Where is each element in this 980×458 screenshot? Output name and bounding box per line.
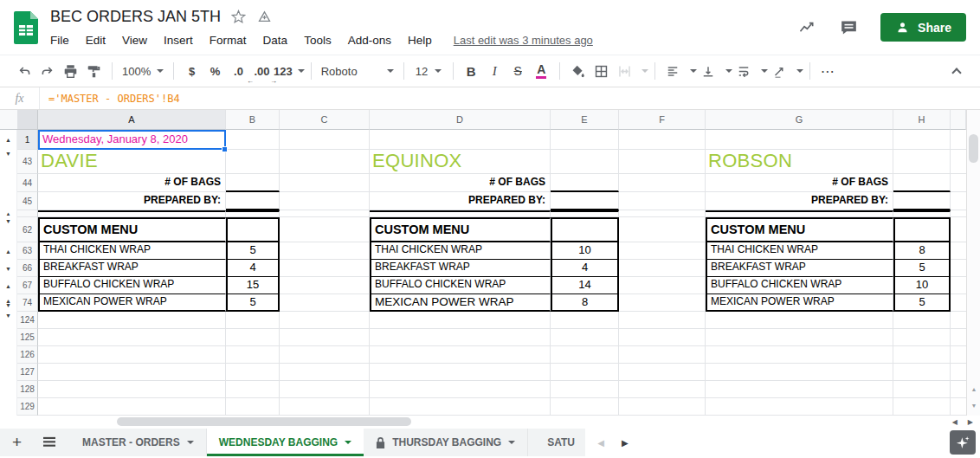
bags-label[interactable]: # OF BAGS <box>706 174 893 192</box>
document-title[interactable]: BEC ORDERS JAN 5TH <box>50 8 221 26</box>
column-header-partial[interactable] <box>951 110 966 130</box>
menu-tools[interactable]: Tools <box>304 34 332 47</box>
menu-item-qty[interactable]: 4 <box>551 260 619 277</box>
tab-thursday-bagging[interactable]: THURSDAY BAGGING <box>364 429 528 456</box>
menu-item-label[interactable]: MEXICAN POWER WRAP <box>38 294 226 312</box>
menu-item-qty[interactable]: 14 <box>551 277 619 294</box>
menu-item-label[interactable]: THAI CHICKEN WRAP <box>706 242 893 260</box>
cell[interactable] <box>619 210 706 217</box>
menu-item-label[interactable]: THAI CHICKEN WRAP <box>38 242 226 260</box>
cell[interactable] <box>619 312 706 329</box>
insights-trend-icon[interactable] <box>796 19 817 36</box>
more-toolbar-button[interactable]: ⋯ <box>816 60 840 82</box>
cell[interactable] <box>619 381 706 398</box>
cell[interactable] <box>951 242 966 260</box>
row-header-63[interactable]: 63 <box>17 242 38 260</box>
cell[interactable] <box>893 217 951 242</box>
cell[interactable] <box>951 381 966 398</box>
cell[interactable] <box>226 150 280 174</box>
group-collapse-icon[interactable]: ▲ <box>0 130 17 150</box>
cell[interactable] <box>551 381 619 398</box>
menu-item-qty[interactable]: 5 <box>893 294 951 312</box>
custom-menu-header[interactable]: CUSTOM MENU <box>706 217 893 242</box>
text-rotation-button[interactable] <box>768 60 791 82</box>
cell[interactable] <box>706 329 893 346</box>
chevron-down-icon[interactable] <box>642 69 648 73</box>
cell[interactable] <box>280 294 370 312</box>
share-button[interactable]: Share <box>880 13 966 42</box>
cell[interactable] <box>619 329 706 346</box>
cell[interactable] <box>280 329 370 346</box>
cell[interactable] <box>951 329 966 346</box>
group-expand-icon[interactable]: ▼ <box>0 260 17 277</box>
cell[interactable] <box>619 242 706 260</box>
cell[interactable] <box>38 364 226 381</box>
bold-button[interactable]: B <box>460 60 483 82</box>
cell[interactable] <box>951 150 966 174</box>
group-expand-icon[interactable]: ▼ <box>0 217 17 242</box>
print-button[interactable] <box>59 60 82 82</box>
column-header-d[interactable]: D <box>370 110 551 130</box>
cell[interactable] <box>280 217 370 242</box>
cell[interactable] <box>706 130 893 150</box>
cell[interactable] <box>619 174 706 192</box>
cell[interactable] <box>706 210 893 217</box>
cell[interactable] <box>951 130 966 150</box>
menu-item-label[interactable]: MEXICAN POWER WRAP <box>706 294 893 312</box>
row-header-125[interactable]: 125 <box>17 329 38 346</box>
formula-input[interactable]: ='MASTER - ORDERS'!B4 <box>40 93 180 105</box>
custom-menu-header[interactable]: CUSTOM MENU <box>370 217 551 242</box>
cell[interactable] <box>551 150 619 174</box>
tab-saturday-bagging[interactable]: SATU <box>528 429 585 456</box>
cell[interactable] <box>951 192 966 210</box>
cell[interactable] <box>38 312 226 329</box>
cell[interactable] <box>551 312 619 329</box>
cell[interactable] <box>951 398 966 416</box>
menu-item-label[interactable]: BREAKFAST WRAP <box>38 260 226 277</box>
cell[interactable] <box>951 260 966 277</box>
menu-help[interactable]: Help <box>408 34 432 47</box>
decrease-decimal-button[interactable]: .0 ← <box>227 60 250 82</box>
cell[interactable] <box>280 312 370 329</box>
row-header-124[interactable]: 124 <box>17 312 38 329</box>
cell[interactable] <box>619 294 706 312</box>
all-sheets-menu-button[interactable] <box>42 436 56 448</box>
row-header-126[interactable]: 126 <box>17 346 38 364</box>
move-to-folder-icon[interactable] <box>256 10 273 24</box>
row-header-45[interactable]: 45 <box>17 192 38 210</box>
row-header-62[interactable]: 62 <box>17 217 38 242</box>
cell[interactable] <box>226 329 280 346</box>
chevron-down-icon[interactable] <box>725 69 732 73</box>
cell[interactable] <box>619 130 706 150</box>
menu-data[interactable]: Data <box>263 34 288 47</box>
font-size-select[interactable]: 12 <box>410 60 447 82</box>
section-heading-davie[interactable]: DAVIE <box>38 150 226 174</box>
collapse-toolbar-button[interactable] <box>945 60 968 82</box>
redo-button[interactable] <box>35 60 59 82</box>
star-icon[interactable] <box>231 10 246 24</box>
cell[interactable] <box>619 346 706 364</box>
menu-item-qty[interactable]: 8 <box>551 294 619 312</box>
menu-item-qty[interactable]: 15 <box>226 277 280 294</box>
cell[interactable] <box>619 277 706 294</box>
section-heading-robson[interactable]: ROBSON <box>706 150 893 174</box>
increase-decimal-button[interactable]: .00 → <box>250 60 274 82</box>
prepared-by-input-cell[interactable] <box>551 192 619 210</box>
select-all-button[interactable] <box>17 110 38 129</box>
group-collapse-icon[interactable]: ▲ <box>0 210 17 217</box>
menu-edit[interactable]: Edit <box>86 34 106 47</box>
menu-item-label[interactable]: BREAKFAST WRAP <box>370 260 551 277</box>
cell[interactable] <box>38 329 226 346</box>
cell[interactable] <box>951 312 966 329</box>
group-collapsed-both-icon[interactable]: ▲▼ <box>0 294 17 312</box>
cell[interactable] <box>280 192 370 210</box>
cell[interactable] <box>280 260 370 277</box>
menu-view[interactable]: View <box>122 34 147 47</box>
chevron-down-icon[interactable] <box>761 69 768 73</box>
cell[interactable] <box>619 364 706 381</box>
bags-label[interactable]: # OF BAGS <box>38 174 226 192</box>
cell[interactable] <box>551 217 619 242</box>
text-color-button[interactable]: A <box>530 60 553 82</box>
prepared-by-input-cell[interactable] <box>893 192 951 210</box>
cell[interactable] <box>370 398 551 416</box>
